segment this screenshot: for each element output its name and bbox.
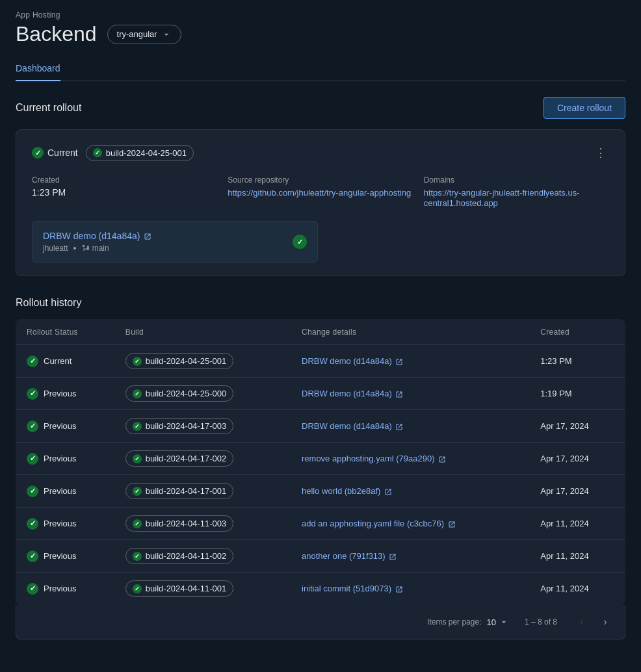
domains-link[interactable]: https://try-angular-jhuleatt-friendlyeat… (424, 188, 580, 208)
source-repo-link[interactable]: https://github.com/jhuleatt/try-angular-… (228, 188, 411, 198)
git-branch-icon (81, 244, 90, 253)
change-link[interactable]: another one (791f313) (302, 551, 397, 561)
created-cell-7: Apr 11, 2024 (530, 573, 625, 605)
row-check-icon (27, 550, 38, 562)
row-build-badge: build-2024-04-25-000 (125, 385, 233, 402)
change-link[interactable]: DRBW demo (d14a84a) (302, 356, 403, 366)
change-external-link-icon (438, 456, 446, 463)
change-cell-3: remove apphosting.yaml (79aa290) (291, 443, 530, 475)
created-cell-3: Apr 17, 2024 (530, 443, 625, 475)
commit-external-link-icon (144, 233, 151, 240)
change-link[interactable]: hello world (bb2e8af) (302, 486, 392, 496)
created-meta: Created 1:23 PM (32, 175, 217, 208)
row-status: Previous (44, 551, 77, 561)
row-build-id: build-2024-04-17-003 (146, 421, 226, 431)
current-rollout-header: Current rollout Create rollout (16, 97, 625, 119)
change-cell-1: DRBW demo (d14a84a) (291, 378, 530, 410)
rollout-history-table: Rollout Status Build Change details Crea… (16, 319, 625, 605)
row-build-badge: build-2024-04-17-001 (125, 483, 233, 499)
row-build-check-icon (133, 389, 142, 398)
row-build-badge: build-2024-04-17-002 (125, 450, 233, 467)
change-cell-0: DRBW demo (d14a84a) (291, 345, 530, 378)
change-external-link-icon (395, 586, 403, 593)
more-options-icon[interactable]: ⋮ (592, 143, 609, 162)
items-per-page: Items per page: 10 (427, 617, 509, 627)
tab-dashboard[interactable]: Dashboard (16, 57, 60, 81)
row-build-check-icon (133, 487, 142, 496)
rollout-history-section: Rollout history Rollout Status Build Cha… (16, 297, 625, 640)
table-row: Previous build-2024-04-17-001 hello worl… (16, 475, 625, 508)
row-check-icon (27, 420, 38, 432)
commit-info: DRBW demo (d14a84a) jhuleatt main (43, 231, 151, 253)
current-rollout-card: Current build-2024-04-25-001 ⋮ Created 1… (16, 129, 625, 276)
change-cell-4: hello world (bb2e8af) (291, 475, 530, 508)
table-body: Current build-2024-04-25-001 DRBW demo (… (16, 345, 625, 605)
commit-author: jhuleatt (43, 244, 68, 253)
commit-link[interactable]: DRBW demo (d14a84a) (43, 231, 151, 241)
branch-selector[interactable]: try-angular (107, 25, 181, 44)
status-cell-1: Previous (16, 378, 115, 410)
source-repo-meta: Source repository https://github.com/jhu… (228, 175, 413, 208)
status-cell-2: Previous (16, 410, 115, 443)
created-cell-4: Apr 17, 2024 (530, 475, 625, 508)
build-cell-4: build-2024-04-17-001 (115, 475, 291, 508)
col-rollout-status: Rollout Status (16, 320, 115, 345)
build-cell-0: build-2024-04-25-001 (115, 345, 291, 378)
row-check-icon (27, 355, 38, 367)
current-status-label: Current (47, 148, 78, 158)
change-cell-2: DRBW demo (d14a84a) (291, 410, 530, 443)
table-row: Previous build-2024-04-11-003 add an app… (16, 508, 625, 540)
row-build-check-icon (133, 519, 142, 528)
row-status: Previous (44, 519, 77, 528)
change-external-link-icon (395, 391, 403, 398)
col-created: Created (530, 320, 625, 345)
row-build-badge: build-2024-04-11-002 (125, 548, 233, 564)
row-build-badge: build-2024-04-11-003 (125, 515, 233, 532)
row-check-icon (27, 583, 38, 595)
current-build-badge: build-2024-04-25-001 (86, 145, 194, 161)
table-row: Previous build-2024-04-17-002 remove app… (16, 443, 625, 475)
row-check-icon (27, 453, 38, 465)
change-link[interactable]: remove apphosting.yaml (79aa290) (302, 454, 446, 463)
pagination-prev-button[interactable]: ‹ (573, 613, 591, 631)
current-rollout-title: Current rollout (16, 102, 81, 114)
change-cell-7: initial commit (51d9073) (291, 573, 530, 605)
commit-branch: main (92, 244, 109, 253)
table-row: Previous build-2024-04-25-000 DRBW demo … (16, 378, 625, 410)
status-cell-3: Previous (16, 443, 115, 475)
commit-success-icon (293, 235, 307, 249)
row-build-id: build-2024-04-11-003 (146, 519, 226, 528)
status-cell-7: Previous (16, 573, 115, 605)
row-build-badge: build-2024-04-17-003 (125, 418, 233, 434)
created-label: Created (32, 175, 217, 185)
change-link[interactable]: initial commit (51d9073) (302, 584, 403, 593)
create-rollout-button[interactable]: Create rollout (543, 97, 625, 119)
status-cell-5: Previous (16, 508, 115, 540)
change-link[interactable]: DRBW demo (d14a84a) (302, 421, 403, 431)
check-icon (32, 147, 44, 159)
row-build-id: build-2024-04-17-001 (146, 486, 226, 496)
commit-meta: jhuleatt main (43, 244, 151, 253)
items-per-page-select[interactable]: 10 (486, 617, 508, 627)
change-link[interactable]: DRBW demo (d14a84a) (302, 389, 403, 398)
status-cell-6: Previous (16, 540, 115, 573)
change-external-link-icon (395, 358, 403, 366)
table-row: Previous build-2024-04-11-002 another on… (16, 540, 625, 573)
row-check-icon (27, 518, 38, 530)
created-value: 1:23 PM (32, 187, 217, 198)
row-build-check-icon (133, 357, 142, 366)
dot-separator (73, 247, 76, 250)
app-hosting-label: App Hosting (16, 10, 625, 19)
change-link[interactable]: add an apphosting.yaml file (c3cbc76) (302, 519, 456, 528)
status-cell-0: Current (16, 345, 115, 378)
build-cell-3: build-2024-04-17-002 (115, 443, 291, 475)
build-cell-2: build-2024-04-17-003 (115, 410, 291, 443)
table-row: Previous build-2024-04-17-003 DRBW demo … (16, 410, 625, 443)
col-change-details: Change details (291, 320, 530, 345)
domains-meta: Domains https://try-angular-jhuleatt-fri… (424, 175, 609, 208)
commit-link-text: DRBW demo (d14a84a) (43, 231, 140, 241)
current-build-id: build-2024-04-25-001 (106, 148, 187, 158)
created-cell-6: Apr 11, 2024 (530, 540, 625, 573)
commit-card: DRBW demo (d14a84a) jhuleatt main (32, 221, 318, 263)
pagination-next-button[interactable]: › (596, 613, 614, 631)
